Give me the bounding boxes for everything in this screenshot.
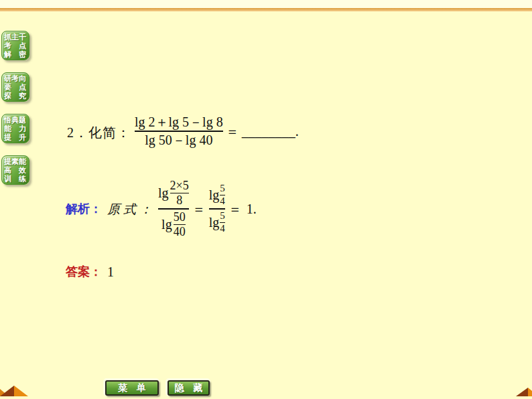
solution-prefix: 原式： [107, 200, 155, 218]
sidebar-item-3[interactable]: 悟典题 能 力 提 升 [1, 114, 29, 143]
sidebar-item-label: 训 练 [4, 175, 27, 183]
sidebar-item-label: 高 效 [4, 166, 27, 175]
fraction-denominator: 4 [220, 224, 225, 234]
solution-line: 解析： 原式： lg 2×5 8 lg 50 40 ＝ [66, 169, 257, 248]
sidebar-item-label: 提素能 [4, 157, 27, 166]
inner-fraction: 2×5 8 [170, 179, 189, 207]
sidebar-item-label: 要 点 [4, 83, 27, 92]
lg-function: lg [161, 218, 172, 232]
sidebar-item-label: 抓主干 [4, 33, 27, 42]
corner-ornament-right [508, 386, 532, 399]
solution-result: 1. [247, 202, 257, 217]
inner-fraction: 50 40 [174, 211, 186, 238]
fraction-numerator: 5 [220, 183, 225, 194]
sidebar-item-label: 提 升 [4, 133, 27, 142]
fraction-numerator: 5 [220, 211, 225, 222]
top-strip [0, 0, 532, 8]
hide-button-label: 隐 藏 [175, 382, 203, 394]
fraction-numerator: lg 2＋lg 5－lg 8 [135, 115, 223, 129]
lg-function: lg [158, 186, 169, 200]
sidebar-item-label: 考 点 [4, 42, 27, 50]
inner-fraction: 5 4 [220, 183, 225, 207]
answer-blank: ________ [242, 124, 295, 139]
fraction-bar [209, 208, 225, 210]
sidebar-item-label: 研考向 [4, 74, 27, 83]
menu-button-label: 菜 单 [118, 382, 146, 394]
analysis-tag: 解析： [66, 201, 102, 217]
period: . [295, 124, 299, 139]
fraction-bar [158, 208, 189, 210]
sidebar-item-4[interactable]: 提素能 高 效 训 练 [1, 155, 29, 185]
sidebar-item-label: 悟典题 [4, 116, 27, 125]
problem-statement: 2．化简： lg 2＋lg 5－lg 8 lg 50－lg 40 ＝ _____… [67, 111, 299, 151]
fraction-numerator: 2×5 [170, 179, 189, 192]
problem-fraction: lg 2＋lg 5－lg 8 lg 50－lg 40 [135, 115, 223, 147]
sidebar-item-label: 探 究 [4, 92, 27, 100]
fraction-denominator: 4 [220, 196, 225, 207]
problem-label: 2．化简： [67, 121, 131, 142]
answer-tag: 答案： [66, 264, 102, 280]
hide-button[interactable]: 隐 藏 [168, 380, 210, 396]
solution-fraction-2: lg 5 4 lg 5 4 [209, 183, 225, 234]
equals-sign: ＝ [228, 200, 242, 218]
inner-fraction: 5 4 [220, 211, 225, 234]
answer-value: 1 [107, 264, 114, 280]
equals-sign: ＝ [226, 123, 239, 141]
menu-button[interactable]: 菜 单 [105, 380, 159, 396]
corner-ornament-left [0, 384, 29, 399]
fraction-denominator: lg 50－lg 40 [145, 133, 212, 147]
fraction-numerator: 50 [174, 211, 186, 224]
sidebar-item-2[interactable]: 研考向 要 点 探 究 [1, 72, 29, 102]
fraction-denominator: 8 [176, 194, 182, 207]
top-divider [0, 8, 532, 11]
solution-fraction-1: lg 2×5 8 lg 50 40 [158, 179, 189, 239]
lg-function: lg [209, 216, 220, 230]
answer-line: 答案： 1 [66, 262, 114, 281]
sidebar-item-label: 能 力 [4, 125, 27, 133]
lg-function: lg [209, 188, 220, 202]
sidebar-item-1[interactable]: 抓主干 考 点 解 密 [1, 31, 29, 60]
sidebar-item-label: 解 密 [4, 50, 27, 59]
fraction-denominator: 40 [174, 226, 186, 238]
fraction-bar [135, 131, 223, 132]
slide: 抓主干 考 点 解 密 研考向 要 点 探 究 悟典题 能 力 提 升 提素能 … [0, 0, 532, 399]
equals-sign: ＝ [192, 200, 206, 218]
